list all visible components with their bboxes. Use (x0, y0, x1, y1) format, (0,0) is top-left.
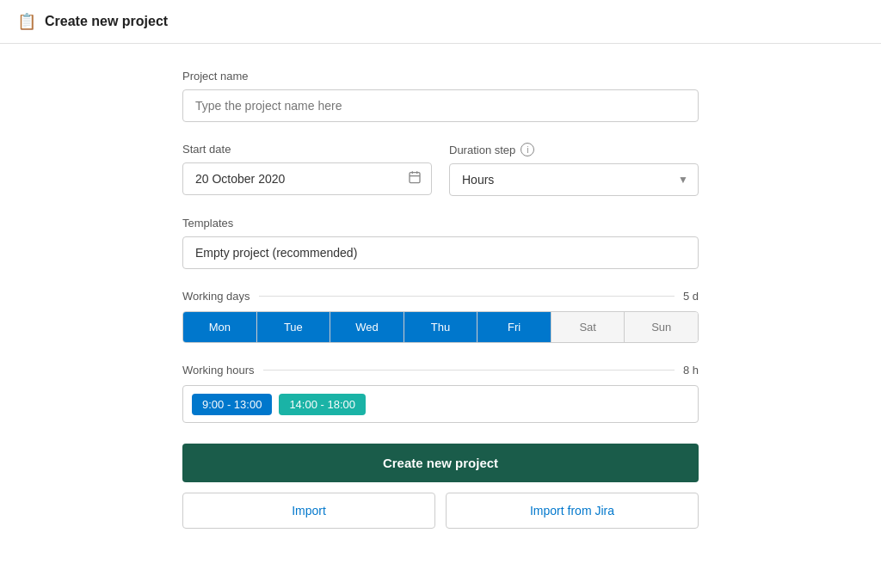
page-title: Create new project (45, 14, 168, 29)
hour-slot-morning[interactable]: 9:00 - 13:00 (192, 394, 272, 415)
duration-label-row: Duration step i (449, 143, 699, 156)
duration-step-label: Duration step (449, 144, 515, 156)
working-hours-group: Working hours 8 h 9:00 - 13:00 14:00 - 1… (182, 364, 699, 423)
templates-group: Templates (182, 217, 699, 269)
working-days-header: Working days 5 d (182, 290, 699, 303)
working-hours-label: Working hours (182, 364, 255, 377)
day-mon[interactable]: Mon (183, 312, 257, 342)
working-hours-header: Working hours 8 h (182, 364, 699, 377)
working-days-count: 5 d (683, 290, 699, 303)
import-button[interactable]: Import (182, 493, 435, 529)
hours-container: 9:00 - 13:00 14:00 - 18:00 (182, 385, 699, 423)
start-date-input[interactable] (182, 162, 432, 195)
duration-step-select[interactable]: Hours Days Weeks (449, 163, 699, 196)
project-name-group: Project name (182, 70, 699, 122)
working-days-line (259, 296, 675, 297)
templates-label: Templates (182, 217, 699, 230)
working-hours-line (263, 370, 675, 371)
create-project-button[interactable]: Create new project (182, 444, 699, 482)
date-duration-row: Start date Duration step i (182, 143, 699, 217)
working-hours-count: 8 h (683, 364, 699, 377)
info-icon[interactable]: i (521, 143, 534, 156)
day-sun[interactable]: Sun (625, 312, 698, 342)
days-container: Mon Tue Wed Thu Fri Sat Sun (182, 311, 699, 343)
import-jira-button[interactable]: Import from Jira (446, 493, 699, 529)
duration-step-group: Duration step i Hours Days Weeks ▼ (449, 143, 699, 196)
hour-slot-afternoon[interactable]: 14:00 - 18:00 (279, 394, 366, 415)
day-thu[interactable]: Thu (404, 312, 478, 342)
duration-step-select-wrapper: Hours Days Weeks ▼ (449, 163, 699, 196)
project-name-input[interactable] (182, 89, 699, 122)
start-date-group: Start date (182, 143, 432, 196)
day-fri[interactable]: Fri (477, 312, 551, 342)
working-days-group: Working days 5 d Mon Tue Wed Thu Fri Sat… (182, 290, 699, 343)
header-icon: 📋 (17, 12, 36, 31)
working-days-label: Working days (182, 290, 250, 303)
start-date-input-wrapper (182, 162, 432, 195)
project-name-label: Project name (182, 70, 699, 83)
start-date-label: Start date (182, 143, 432, 156)
page-header: 📋 Create new project (0, 0, 881, 44)
form-container: Project name Start date Duration (165, 44, 716, 554)
day-tue[interactable]: Tue (257, 312, 331, 342)
templates-input[interactable] (182, 236, 699, 269)
bottom-buttons: Import Import from Jira (182, 493, 699, 529)
day-wed[interactable]: Wed (330, 312, 404, 342)
day-sat[interactable]: Sat (551, 312, 625, 342)
